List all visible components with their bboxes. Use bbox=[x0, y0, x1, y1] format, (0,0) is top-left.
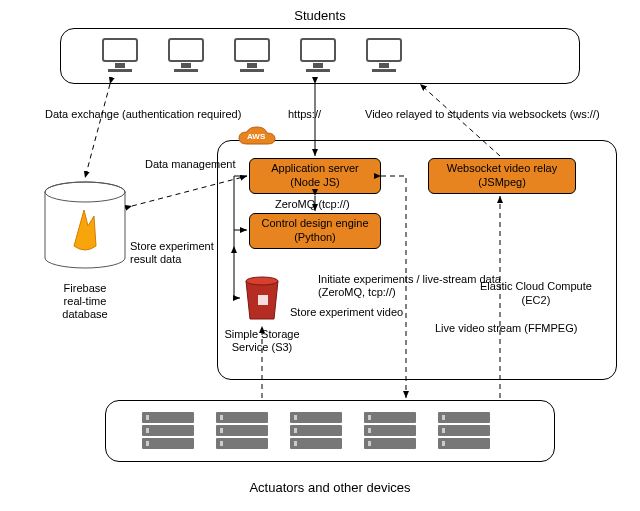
svg-rect-47 bbox=[442, 428, 445, 433]
edge-data-exchange: Data exchange (authentication required) bbox=[45, 108, 241, 120]
svg-rect-16 bbox=[258, 295, 268, 305]
svg-rect-27 bbox=[216, 438, 268, 449]
s3-label: Simple Storage Service (S3) bbox=[224, 328, 299, 354]
svg-rect-23 bbox=[146, 428, 149, 433]
monitor-icon bbox=[100, 36, 140, 76]
firebase-l1: Firebase bbox=[62, 282, 107, 295]
svg-rect-4 bbox=[181, 63, 191, 68]
svg-rect-33 bbox=[290, 438, 342, 449]
svg-rect-14 bbox=[372, 69, 396, 72]
server-icon bbox=[288, 410, 344, 454]
svg-rect-25 bbox=[216, 412, 268, 423]
svg-rect-24 bbox=[146, 441, 149, 446]
svg-rect-39 bbox=[364, 438, 416, 449]
aws-label: AWS bbox=[247, 132, 265, 141]
server-icon bbox=[362, 410, 418, 454]
edge-live-video: Live video stream (FFMPEG) bbox=[435, 322, 577, 334]
server-icon bbox=[140, 410, 196, 454]
svg-rect-34 bbox=[294, 415, 297, 420]
svg-rect-12 bbox=[367, 39, 401, 61]
svg-rect-40 bbox=[368, 415, 371, 420]
svg-rect-0 bbox=[103, 39, 137, 61]
edge-https: https:// bbox=[288, 108, 321, 120]
svg-rect-44 bbox=[438, 425, 490, 436]
svg-rect-19 bbox=[142, 412, 194, 423]
s3-label-line1: Simple Storage bbox=[224, 328, 299, 341]
svg-rect-48 bbox=[442, 441, 445, 446]
students-title: Students bbox=[294, 8, 345, 23]
svg-rect-9 bbox=[301, 39, 335, 61]
svg-rect-10 bbox=[313, 63, 323, 68]
svg-rect-6 bbox=[235, 39, 269, 61]
svg-rect-37 bbox=[364, 412, 416, 423]
svg-rect-46 bbox=[442, 415, 445, 420]
websocket-relay-l1: Websocket video relay bbox=[447, 162, 557, 176]
control-engine-node: Control design engine (Python) bbox=[249, 213, 381, 249]
svg-rect-5 bbox=[174, 69, 198, 72]
firebase-l2: real-time bbox=[62, 295, 107, 308]
edge-data-mgmt: Data management bbox=[145, 158, 236, 170]
svg-rect-26 bbox=[216, 425, 268, 436]
actuators-title: Actuators and other devices bbox=[249, 480, 410, 495]
svg-rect-2 bbox=[108, 69, 132, 72]
student-monitors bbox=[100, 36, 404, 76]
server-icon bbox=[214, 410, 270, 454]
control-engine-l1: Control design engine bbox=[261, 217, 368, 231]
application-server-node: Application server (Node JS) bbox=[249, 158, 381, 194]
svg-rect-32 bbox=[290, 425, 342, 436]
svg-rect-42 bbox=[368, 441, 371, 446]
firebase-label: Firebase real-time database bbox=[62, 282, 107, 322]
svg-rect-13 bbox=[379, 63, 389, 68]
edge-store-result-l1: Store experiment bbox=[130, 240, 214, 253]
firebase-db-icon bbox=[40, 180, 130, 282]
svg-rect-3 bbox=[169, 39, 203, 61]
edge-store-video: Store experiment video bbox=[290, 306, 403, 318]
svg-rect-41 bbox=[368, 428, 371, 433]
websocket-relay-node: Websocket video relay (JSMpeg) bbox=[428, 158, 576, 194]
s3-icon bbox=[240, 275, 284, 327]
websocket-relay-l2: (JSMpeg) bbox=[478, 176, 526, 190]
svg-rect-30 bbox=[220, 441, 223, 446]
aws-badge: AWS bbox=[237, 126, 277, 154]
actuator-servers bbox=[140, 410, 492, 454]
svg-rect-35 bbox=[294, 428, 297, 433]
svg-rect-8 bbox=[240, 69, 264, 72]
svg-rect-7 bbox=[247, 63, 257, 68]
application-server-l1: Application server bbox=[271, 162, 358, 176]
edge-initiate: Initiate experiments / live-stream data … bbox=[318, 273, 501, 298]
control-engine-l2: (Python) bbox=[294, 231, 336, 245]
edge-store-result-l2: result data bbox=[130, 253, 214, 266]
svg-rect-29 bbox=[220, 428, 223, 433]
edge-initiate-l1: Initiate experiments / live-stream data bbox=[318, 273, 501, 286]
svg-rect-22 bbox=[146, 415, 149, 420]
edge-initiate-l2: (ZeroMQ, tcp://) bbox=[318, 286, 501, 299]
edge-zeromq-tcp: ZeroMQ (tcp://) bbox=[275, 198, 350, 210]
server-icon bbox=[436, 410, 492, 454]
application-server-l2: (Node JS) bbox=[290, 176, 340, 190]
edge-video-relay-ws: Video relayed to students via websockets… bbox=[365, 108, 600, 120]
edge-store-result: Store experiment result data bbox=[130, 240, 214, 265]
svg-rect-31 bbox=[290, 412, 342, 423]
svg-point-15 bbox=[246, 277, 278, 285]
monitor-icon bbox=[166, 36, 206, 76]
monitor-icon bbox=[364, 36, 404, 76]
svg-rect-36 bbox=[294, 441, 297, 446]
svg-rect-20 bbox=[142, 425, 194, 436]
svg-rect-45 bbox=[438, 438, 490, 449]
svg-rect-11 bbox=[306, 69, 330, 72]
svg-rect-38 bbox=[364, 425, 416, 436]
s3-label-line2: Service (S3) bbox=[224, 341, 299, 354]
firebase-l3: database bbox=[62, 308, 107, 321]
svg-rect-21 bbox=[142, 438, 194, 449]
svg-rect-1 bbox=[115, 63, 125, 68]
svg-rect-43 bbox=[438, 412, 490, 423]
monitor-icon bbox=[298, 36, 338, 76]
svg-rect-28 bbox=[220, 415, 223, 420]
monitor-icon bbox=[232, 36, 272, 76]
